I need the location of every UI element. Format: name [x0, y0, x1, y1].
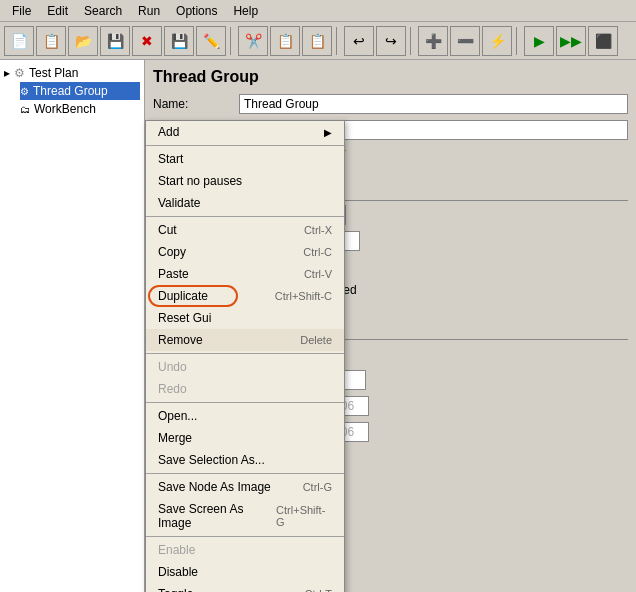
panel-title: Thread Group	[153, 68, 628, 86]
tree-item-workbench[interactable]: 🗂 WorkBench	[20, 100, 140, 118]
menubar: File Edit Search Run Options Help	[0, 0, 636, 22]
name-input[interactable]	[239, 94, 628, 114]
toolbar-paste[interactable]: 📋	[302, 26, 332, 56]
ctx-start-no-pauses[interactable]: Start no pauses	[146, 170, 344, 192]
toolbar-remove[interactable]: ➖	[450, 26, 480, 56]
ctx-reset-gui[interactable]: Reset Gui	[146, 307, 344, 329]
ctx-save-screen-image[interactable]: Save Screen As Image Ctrl+Shift-G	[146, 498, 344, 534]
ctx-paste-shortcut: Ctrl-V	[304, 268, 332, 280]
ctx-copy[interactable]: Copy Ctrl-C	[146, 241, 344, 263]
toolbar-save2[interactable]: 💾	[164, 26, 194, 56]
ctx-save-selection[interactable]: Save Selection As...	[146, 449, 344, 471]
ctx-enable-label: Enable	[158, 543, 195, 557]
ctx-start-no-pauses-label: Start no pauses	[158, 174, 242, 188]
ctx-merge[interactable]: Merge	[146, 427, 344, 449]
ctx-open[interactable]: Open...	[146, 405, 344, 427]
name-label: Name:	[153, 97, 233, 111]
ctx-start[interactable]: Start	[146, 148, 344, 170]
ctx-sep5	[146, 473, 344, 474]
toolbar-add[interactable]: ➕	[418, 26, 448, 56]
toolbar: 📄 📋 📂 💾 ✖ 💾 ✏️ ✂️ 📋 📋 ↩ ↪ ➕ ➖ ⚡ ▶ ▶▶ ⬛	[0, 22, 636, 60]
ctx-toggle[interactable]: Toggle Ctrl-T	[146, 583, 344, 592]
toolbar-open[interactable]: 📂	[68, 26, 98, 56]
toolbar-save[interactable]: 💾	[100, 26, 130, 56]
ctx-sep4	[146, 402, 344, 403]
toolbar-revert[interactable]: ✖	[132, 26, 162, 56]
ctx-remove-label: Remove	[158, 333, 203, 347]
ctx-merge-label: Merge	[158, 431, 192, 445]
ctx-paste-label: Paste	[158, 267, 189, 281]
ctx-duplicate-label: Duplicate	[158, 289, 208, 303]
ctx-cut[interactable]: Cut Ctrl-X	[146, 219, 344, 241]
toolbar-clear[interactable]: ⚡	[482, 26, 512, 56]
toolbar-cut[interactable]: ✂️	[238, 26, 268, 56]
menu-options[interactable]: Options	[168, 2, 225, 20]
ctx-add[interactable]: Add ▶	[146, 121, 344, 143]
ctx-add-label: Add	[158, 125, 179, 139]
toolbar-redo[interactable]: ↪	[376, 26, 406, 56]
ctx-save-screen-image-label: Save Screen As Image	[158, 502, 276, 530]
toolbar-sep2	[336, 27, 340, 55]
testplan-icon: ⚙	[14, 66, 25, 80]
ctx-sep3	[146, 353, 344, 354]
ctx-open-label: Open...	[158, 409, 197, 423]
ctx-save-selection-label: Save Selection As...	[158, 453, 265, 467]
ctx-validate-label: Validate	[158, 196, 200, 210]
ctx-disable-label: Disable	[158, 565, 198, 579]
menu-help[interactable]: Help	[225, 2, 266, 20]
ctx-save-node-image[interactable]: Save Node As Image Ctrl-G	[146, 476, 344, 498]
ctx-save-node-image-label: Save Node As Image	[158, 480, 271, 494]
ctx-validate[interactable]: Validate	[146, 192, 344, 214]
ctx-redo-label: Redo	[158, 382, 187, 396]
ctx-paste[interactable]: Paste Ctrl-V	[146, 263, 344, 285]
menu-search[interactable]: Search	[76, 2, 130, 20]
ctx-enable: Enable	[146, 539, 344, 561]
expand-icon: ▸	[4, 66, 10, 80]
workbench-icon: 🗂	[20, 104, 30, 115]
menu-run[interactable]: Run	[130, 2, 168, 20]
testplan-label: Test Plan	[29, 66, 78, 80]
ctx-remove-shortcut: Delete	[300, 334, 332, 346]
toolbar-run[interactable]: ▶	[524, 26, 554, 56]
ctx-copy-shortcut: Ctrl-C	[303, 246, 332, 258]
ctx-cut-label: Cut	[158, 223, 177, 237]
toolbar-sep1	[230, 27, 234, 55]
toolbar-sep3	[410, 27, 414, 55]
ctx-toggle-label: Toggle	[158, 587, 193, 592]
ctx-duplicate-shortcut: Ctrl+Shift-C	[275, 290, 332, 302]
toolbar-copy[interactable]: 📋	[270, 26, 300, 56]
tree-item-testplan[interactable]: ▸ ⚙ Test Plan	[4, 64, 140, 82]
ctx-toggle-shortcut: Ctrl-T	[305, 588, 333, 592]
ctx-undo-label: Undo	[158, 360, 187, 374]
toolbar-undo[interactable]: ↩	[344, 26, 374, 56]
toolbar-run-all[interactable]: ▶▶	[556, 26, 586, 56]
ctx-disable[interactable]: Disable	[146, 561, 344, 583]
ctx-sep1	[146, 145, 344, 146]
menu-edit[interactable]: Edit	[39, 2, 76, 20]
ctx-save-node-shortcut: Ctrl-G	[303, 481, 332, 493]
ctx-save-screen-shortcut: Ctrl+Shift-G	[276, 504, 332, 528]
toolbar-stop[interactable]: ⬛	[588, 26, 618, 56]
name-row: Name:	[153, 94, 628, 114]
ctx-sep6	[146, 536, 344, 537]
ctx-add-arrow: ▶	[324, 127, 332, 138]
main-area: ▸ ⚙ Test Plan ⚙ Thread Group 🗂 WorkBench…	[0, 60, 636, 592]
threadgroup-label: Thread Group	[33, 84, 108, 98]
ctx-start-label: Start	[158, 152, 183, 166]
context-menu: Add ▶ Start Start no pauses Validate Cut…	[145, 120, 345, 592]
tree-item-threadgroup[interactable]: ⚙ Thread Group	[20, 82, 140, 100]
ctx-copy-label: Copy	[158, 245, 186, 259]
ctx-duplicate[interactable]: Duplicate Ctrl+Shift-C	[146, 285, 344, 307]
toolbar-new[interactable]: 📄	[4, 26, 34, 56]
ctx-undo: Undo	[146, 356, 344, 378]
workbench-label: WorkBench	[34, 102, 96, 116]
toolbar-edit[interactable]: ✏️	[196, 26, 226, 56]
ctx-reset-gui-label: Reset Gui	[158, 311, 211, 325]
toolbar-sep4	[516, 27, 520, 55]
menu-file[interactable]: File	[4, 2, 39, 20]
tree-panel: ▸ ⚙ Test Plan ⚙ Thread Group 🗂 WorkBench	[0, 60, 145, 592]
ctx-remove[interactable]: Remove Delete	[146, 329, 344, 351]
ctx-redo: Redo	[146, 378, 344, 400]
toolbar-templates[interactable]: 📋	[36, 26, 66, 56]
ctx-cut-shortcut: Ctrl-X	[304, 224, 332, 236]
